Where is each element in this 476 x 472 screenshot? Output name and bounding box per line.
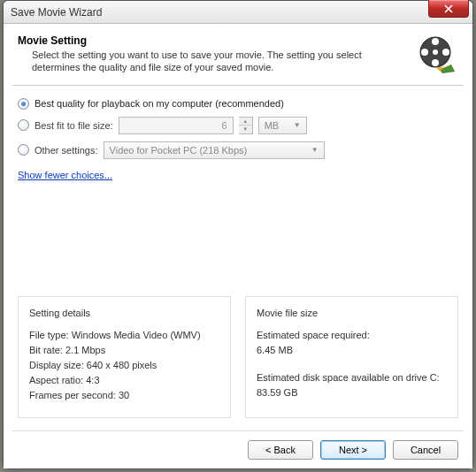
space-required-label: Estimated space required:	[257, 328, 447, 343]
titlebar[interactable]: Save Movie Wizard	[4, 1, 472, 24]
radio-best-quality-label: Best quality for playback on my computer…	[35, 98, 284, 109]
svg-point-1	[432, 38, 439, 45]
svg-point-5	[433, 49, 438, 55]
radio-other-settings[interactable]	[18, 144, 29, 156]
back-button[interactable]: < Back	[248, 440, 313, 460]
wizard-buttons: < Back Next > Cancel	[12, 430, 464, 461]
close-button[interactable]	[428, 0, 469, 18]
space-required-value: 6.45 MB	[257, 343, 447, 358]
page-subtitle: Select the setting you want to use to sa…	[32, 49, 405, 74]
setting-details-heading: Setting details	[29, 306, 219, 321]
radio-best-quality[interactable]	[18, 98, 29, 110]
setting-details-panel: Setting details File type: Windows Media…	[18, 296, 231, 418]
file-size-stepper[interactable]: ▲▼	[239, 117, 253, 134]
window-title: Save Movie Wizard	[11, 6, 102, 19]
other-settings-select[interactable]: Video for Pocket PC (218 Kbps)▼	[104, 141, 325, 159]
svg-point-2	[432, 59, 439, 66]
radio-other-settings-label: Other settings:	[35, 145, 98, 156]
chevron-down-icon: ▼	[294, 121, 301, 129]
detail-aspect-ratio: Aspect ratio: 4:3	[29, 373, 219, 388]
detail-fps: Frames per second: 30	[29, 388, 219, 403]
chevron-down-icon: ▼	[311, 146, 319, 154]
close-icon	[444, 4, 453, 13]
file-size-heading: Movie file size	[257, 306, 447, 321]
content-area: Movie Setting Select the setting you wan…	[4, 24, 472, 468]
options-group: Best quality for playback on my computer…	[12, 98, 464, 180]
svg-point-3	[421, 49, 428, 56]
show-fewer-choices-link[interactable]: Show fewer choices...	[18, 170, 112, 180]
wizard-window: Save Movie Wizard Movie Setting Select t…	[3, 0, 473, 469]
cancel-button[interactable]: Cancel	[393, 440, 458, 460]
space-available-label: Estimated disk space available on drive …	[257, 370, 447, 385]
radio-best-fit-label: Best fit to file size:	[35, 120, 113, 131]
next-button[interactable]: Next >	[320, 440, 386, 460]
detail-file-type: File type: Windows Media Video (WMV)	[29, 328, 219, 343]
divider	[12, 85, 464, 86]
file-size-panel: Movie file size Estimated space required…	[245, 296, 458, 418]
wizard-header: Movie Setting Select the setting you wan…	[12, 31, 464, 85]
detail-display-size: Display size: 640 x 480 pixels	[29, 358, 219, 373]
chevron-down-icon: ▼	[239, 126, 252, 133]
detail-bit-rate: Bit rate: 2.1 Mbps	[29, 343, 219, 358]
file-size-unit-select[interactable]: MB▼	[258, 117, 307, 134]
movie-reel-icon	[416, 33, 458, 75]
svg-point-4	[442, 49, 449, 56]
page-title: Movie Setting	[18, 34, 405, 47]
radio-best-fit[interactable]	[18, 119, 29, 131]
file-size-input[interactable]: 6	[119, 117, 234, 134]
space-available-value: 83.59 GB	[257, 385, 447, 400]
chevron-up-icon: ▲	[239, 118, 252, 126]
